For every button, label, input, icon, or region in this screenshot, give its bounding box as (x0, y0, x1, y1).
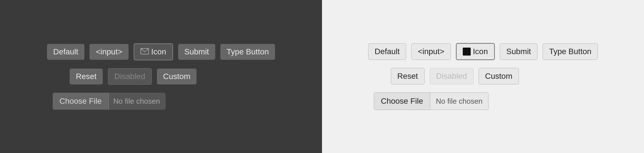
light-reset-button[interactable]: Reset (391, 68, 425, 84)
light-input-button[interactable]: <input> (411, 43, 451, 60)
dark-input-button[interactable]: <input> (89, 44, 128, 60)
envelope-icon (140, 47, 149, 56)
dark-icon-button-label: Icon (151, 47, 166, 56)
dark-button-grid: Default <input> Icon Submit Type Button … (47, 43, 275, 110)
light-row-3: Choose File No file chosen (368, 92, 489, 110)
dark-type-button[interactable]: Type Button (220, 44, 275, 60)
light-file-input-wrapper: Choose File No file chosen (374, 92, 489, 110)
dark-row-1: Default <input> Icon Submit Type Button (47, 43, 275, 60)
light-custom-button[interactable]: Custom (479, 68, 519, 84)
light-no-file-text: No file chosen (430, 97, 488, 106)
dark-icon-button[interactable]: Icon (134, 43, 173, 60)
dark-file-input-wrapper: Choose File No file chosen (53, 93, 166, 110)
light-type-button[interactable]: Type Button (543, 43, 598, 60)
light-row-2: Reset Disabled Custom (368, 68, 519, 84)
light-disabled-button: Disabled (430, 68, 474, 84)
black-square-icon (463, 48, 471, 56)
light-button-grid: Default <input> Icon Submit Type Button … (368, 43, 598, 110)
dark-submit-button[interactable]: Submit (178, 44, 215, 60)
light-row-1: Default <input> Icon Submit Type Button (368, 43, 598, 60)
dark-reset-button[interactable]: Reset (70, 69, 103, 84)
light-icon-button-label: Icon (473, 47, 488, 56)
dark-custom-button[interactable]: Custom (157, 69, 197, 84)
light-panel: Default <input> Icon Submit Type Button … (322, 0, 644, 153)
dark-row-3: Choose File No file chosen (47, 93, 166, 110)
dark-no-file-text: No file chosen (113, 97, 166, 106)
dark-default-button[interactable]: Default (47, 44, 85, 60)
light-choose-file-button[interactable]: Choose File (374, 93, 430, 110)
dark-choose-file-button[interactable]: Choose File (53, 93, 109, 110)
light-icon-button[interactable]: Icon (456, 43, 495, 60)
light-default-button[interactable]: Default (368, 43, 406, 60)
dark-disabled-button: Disabled (108, 68, 152, 85)
dark-panel: Default <input> Icon Submit Type Button … (0, 0, 322, 153)
dark-row-2: Reset Disabled Custom (47, 68, 197, 85)
light-submit-button[interactable]: Submit (500, 43, 538, 60)
